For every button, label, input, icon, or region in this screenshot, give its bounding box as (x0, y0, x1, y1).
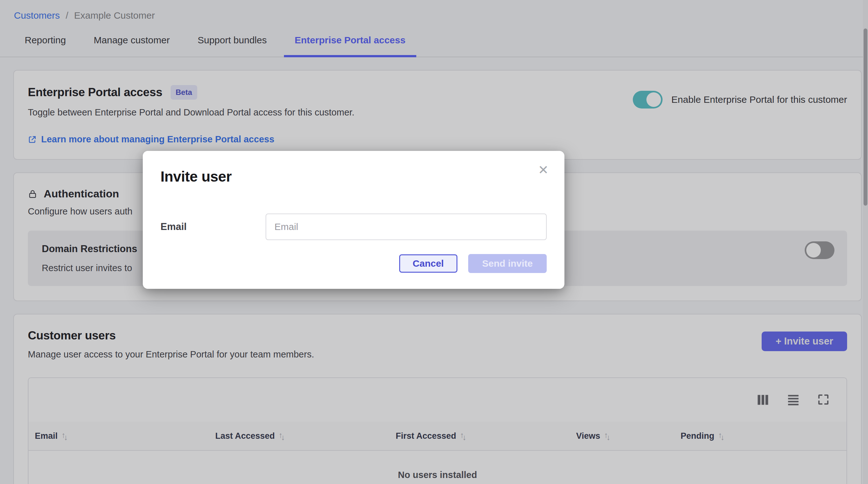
send-invite-button[interactable]: Send invite (468, 254, 547, 273)
email-form-row: Email (160, 214, 547, 240)
email-label: Email (160, 221, 266, 232)
modal-title: Invite user (160, 168, 547, 185)
page: Customers / Example Customer Reporting M… (0, 0, 868, 484)
email-field[interactable] (266, 214, 547, 240)
modal-actions: Cancel Send invite (160, 254, 547, 273)
cancel-button[interactable]: Cancel (399, 254, 458, 273)
close-icon[interactable]: ✕ (538, 164, 549, 176)
invite-user-modal: Invite user ✕ Email Cancel Send invite (143, 151, 564, 289)
